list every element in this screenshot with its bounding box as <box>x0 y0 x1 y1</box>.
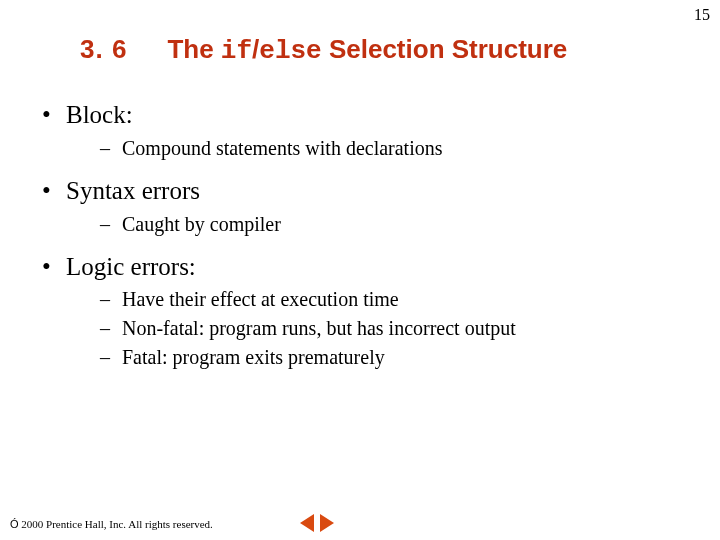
title-code-if: if <box>221 36 252 66</box>
copyright-footer: Ó 2000 Prentice Hall, Inc. All rights re… <box>10 518 213 530</box>
bullet-list-level2: Compound statements with declarations <box>66 134 690 162</box>
bullet-text: Syntax errors <box>66 177 200 204</box>
nav-arrows <box>300 514 334 532</box>
bullet-text: Logic errors: <box>66 253 196 280</box>
bullet-text: Block: <box>66 101 133 128</box>
slide-title-row: 3. 6 The if/else Selection Structure <box>0 34 720 66</box>
sub-bullet-text: Caught by compiler <box>122 213 281 235</box>
page-number: 15 <box>694 6 710 24</box>
bullet-list-level2: Caught by compiler <box>66 210 690 238</box>
content-area: Block: Compound statements with declarat… <box>38 98 690 383</box>
bullet-list-level2: Have their effect at execution time Non-… <box>66 285 690 371</box>
sub-bullet-text: Have their effect at execution time <box>122 288 399 310</box>
list-item: Compound statements with declarations <box>100 134 690 162</box>
slide-title: The if/else Selection Structure <box>167 34 567 64</box>
title-suffix: Selection Structure <box>322 34 568 64</box>
list-item: Have their effect at execution time <box>100 285 690 313</box>
prev-arrow-icon[interactable] <box>300 514 314 532</box>
list-item: Non-fatal: program runs, but has incorre… <box>100 314 690 342</box>
title-code-else: else <box>259 36 321 66</box>
slide: 15 3. 6 The if/else Selection Structure … <box>0 0 720 540</box>
next-arrow-icon[interactable] <box>320 514 334 532</box>
list-item: Syntax errors Caught by compiler <box>38 174 690 238</box>
list-item: Caught by compiler <box>100 210 690 238</box>
sub-bullet-text: Non-fatal: program runs, but has incorre… <box>122 317 516 339</box>
sub-bullet-text: Compound statements with declarations <box>122 137 443 159</box>
list-item: Fatal: program exits prematurely <box>100 343 690 371</box>
list-item: Block: Compound statements with declarat… <box>38 98 690 162</box>
title-prefix: The <box>167 34 220 64</box>
list-item: Logic errors: Have their effect at execu… <box>38 250 690 372</box>
sub-bullet-text: Fatal: program exits prematurely <box>122 346 385 368</box>
copyright-icon: Ó <box>10 518 19 530</box>
footer-text: 2000 Prentice Hall, Inc. All rights rese… <box>19 518 213 530</box>
bullet-list-level1: Block: Compound statements with declarat… <box>38 98 690 371</box>
section-number: 3. 6 <box>80 34 127 65</box>
